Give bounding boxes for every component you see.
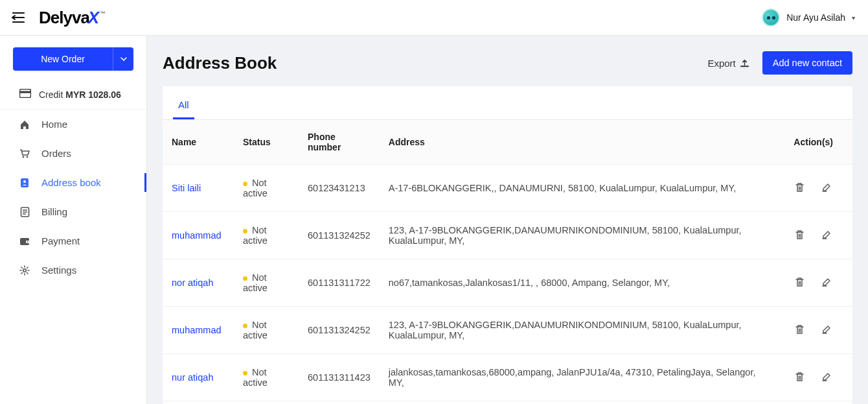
page-title: Address Book xyxy=(163,53,277,73)
sidebar-item-payment[interactable]: Payment xyxy=(0,226,146,255)
trash-icon xyxy=(795,182,805,195)
address-cell: no67,tamankosas,Jalankosas1/11, , 68000,… xyxy=(380,259,770,307)
nav-label: Home xyxy=(41,119,67,130)
contact-name-link[interactable]: Siti laili xyxy=(172,183,201,193)
sidebar-item-settings[interactable]: Settings xyxy=(0,255,146,285)
sidebar-toggle-button[interactable] xyxy=(9,8,27,27)
main-content: Address Book Export Add new contact All xyxy=(147,36,868,404)
app-header: DelyvaX™ Nur Ayu Asilah ▾ xyxy=(0,0,868,36)
contacts-tbody: Siti lailiNot active60123431213A-17-6BLO… xyxy=(163,165,852,401)
svg-point-2 xyxy=(23,156,25,158)
nav-label: Address book xyxy=(41,177,101,188)
brand-tm: ™ xyxy=(100,10,105,16)
sidebar: New Order Credit MYR 1028.06 HomeOrdersA… xyxy=(0,36,147,404)
user-menu[interactable]: Nur Ayu Asilah ▾ xyxy=(762,8,855,27)
phone-cell: 601131324252 xyxy=(299,307,380,354)
phone-cell: 601131324252 xyxy=(299,212,380,259)
status-dot-icon xyxy=(243,229,247,233)
address-cell: A-17-6BLOKANGGERIK,, DANAUMURNI, 58100, … xyxy=(380,165,770,212)
phone-cell: 60123431213 xyxy=(299,165,380,212)
card-icon xyxy=(19,89,31,100)
sidebar-item-billing[interactable]: Billing xyxy=(0,197,146,226)
cart-icon xyxy=(19,149,30,158)
col-header-status[interactable]: Status xyxy=(234,120,299,165)
delete-button[interactable] xyxy=(793,371,806,384)
chevron-down-icon: ▾ xyxy=(852,14,855,21)
export-button[interactable]: Export xyxy=(707,58,749,69)
status-cell: Not active xyxy=(234,354,299,401)
home-icon xyxy=(19,119,30,130)
edit-button[interactable] xyxy=(820,229,833,242)
nav-label: Orders xyxy=(41,148,71,159)
address-cell: jalankosas,tamankosas,68000,ampang, Jala… xyxy=(380,354,770,401)
tabs: All xyxy=(163,86,852,120)
status-dot-icon xyxy=(243,182,247,186)
trash-icon xyxy=(795,230,805,242)
edit-button[interactable] xyxy=(820,324,833,337)
export-label: Export xyxy=(707,58,735,69)
address-cell: 123, A-17-9BLOKANGGERIK,DANAUMURNIKONDOM… xyxy=(380,212,770,259)
contact-name-link[interactable]: nor atiqah xyxy=(172,278,214,288)
table-row: muhammadNot active601131324252123, A-17-… xyxy=(163,212,852,259)
nav-label: Payment xyxy=(41,235,80,246)
trash-icon xyxy=(795,372,805,384)
contact-name-link[interactable]: muhammad xyxy=(172,230,222,241)
edit-button[interactable] xyxy=(820,182,833,195)
nav-label: Settings xyxy=(41,265,76,276)
sidebar-item-orders[interactable]: Orders xyxy=(0,139,146,168)
nav-label: Billing xyxy=(41,206,67,217)
status-dot-icon xyxy=(243,324,247,328)
svg-point-3 xyxy=(27,156,29,158)
address-cell: 123, A-17-9BLOKANGGERIK,DANAUMURNIKONDOM… xyxy=(380,307,770,354)
status-cell: Not active xyxy=(234,165,299,212)
user-name: Nur Ayu Asilah xyxy=(786,12,845,23)
contact-name-link[interactable]: nur atiqah xyxy=(172,372,214,383)
brand-logo: DelyvaX™ xyxy=(39,8,105,28)
contact-icon xyxy=(19,178,30,188)
new-order-dropdown[interactable] xyxy=(113,47,133,71)
svg-point-5 xyxy=(23,180,26,183)
chevron-down-icon xyxy=(120,57,127,61)
credit-balance[interactable]: Credit MYR 1028.06 xyxy=(0,81,146,110)
edit-button[interactable] xyxy=(820,276,833,289)
table-row: nur atiqahNot active601131311423jalankos… xyxy=(163,354,852,401)
delete-button[interactable] xyxy=(793,229,806,242)
wallet-icon xyxy=(19,237,30,246)
delete-button[interactable] xyxy=(793,182,806,195)
upload-icon xyxy=(740,58,749,68)
brand-text: Delyva xyxy=(39,8,89,28)
trash-icon xyxy=(795,324,805,337)
status-dot-icon xyxy=(243,371,247,375)
gear-icon xyxy=(19,265,30,276)
edit-icon xyxy=(821,277,832,289)
status-cell: Not active xyxy=(234,307,299,354)
table-row: nor atiqahNot active601131311722no67,tam… xyxy=(163,259,852,307)
trash-icon xyxy=(795,277,805,289)
table-row: muhammadNot active601131324252123, A-17-… xyxy=(163,307,852,354)
col-header-phone[interactable]: Phone number xyxy=(299,120,380,165)
contact-name-link[interactable]: muhammad xyxy=(172,325,222,335)
add-contact-button[interactable]: Add new contact xyxy=(762,51,852,75)
col-header-address[interactable]: Address xyxy=(380,120,770,165)
status-cell: Not active xyxy=(234,212,299,259)
col-header-name[interactable]: Name xyxy=(163,120,234,165)
new-order-button[interactable]: New Order xyxy=(13,47,113,71)
receipt-icon xyxy=(19,207,30,217)
status-dot-icon xyxy=(243,276,247,281)
brand-x-icon: X xyxy=(88,8,98,28)
phone-cell: 601131311423 xyxy=(299,354,380,401)
edit-icon xyxy=(821,182,832,195)
contacts-card: All Name Status Phone number Address Act… xyxy=(163,86,852,404)
sidebar-item-address-book[interactable]: Address book xyxy=(0,168,146,197)
contacts-table: Name Status Phone number Address Action(… xyxy=(163,120,852,401)
delete-button[interactable] xyxy=(793,324,806,337)
edit-icon xyxy=(821,372,832,384)
credit-prefix: Credit xyxy=(39,89,63,100)
tab-all[interactable]: All xyxy=(172,90,196,119)
sidebar-item-home[interactable]: Home xyxy=(0,110,146,139)
delete-button[interactable] xyxy=(793,276,806,289)
avatar xyxy=(762,8,780,27)
edit-button[interactable] xyxy=(820,371,833,384)
svg-point-10 xyxy=(23,268,27,272)
credit-value: MYR 1028.06 xyxy=(65,89,121,100)
